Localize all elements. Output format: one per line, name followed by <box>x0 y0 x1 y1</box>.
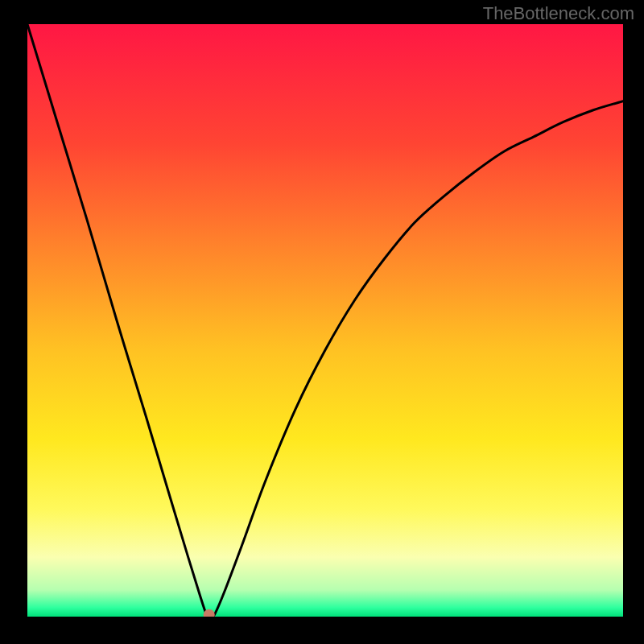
plot-area <box>27 24 623 617</box>
curve-layer <box>27 24 623 617</box>
watermark-text: TheBottleneck.com <box>483 3 634 24</box>
bottleneck-curve <box>27 24 623 617</box>
